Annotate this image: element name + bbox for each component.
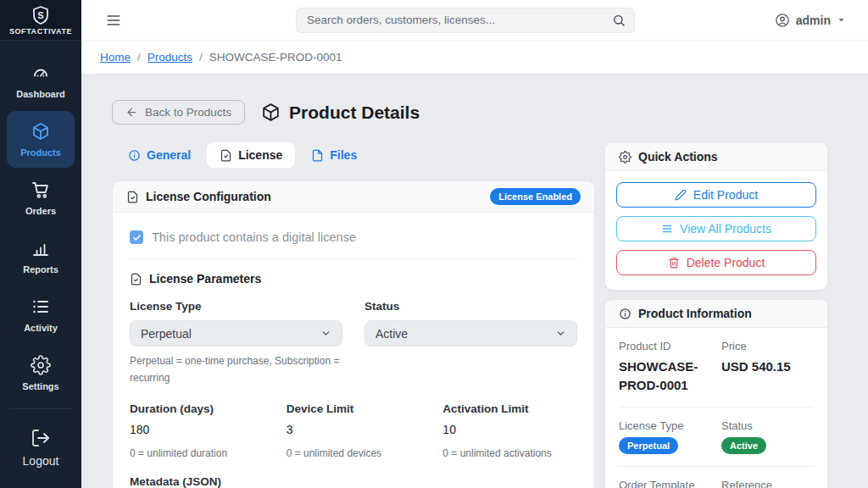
cube-icon [260,102,281,123]
device-limit-label: Device Limit [287,402,421,415]
delete-product-button[interactable]: Delete Product [616,250,816,275]
sidebar-item-label: Settings [22,381,58,391]
search-icon[interactable] [612,14,626,27]
trash-icon [668,257,680,269]
main-content: Back to Products Product Details [81,75,868,488]
product-id-value: SHOWCASE-PROD-0001 [619,358,711,395]
license-type-help: Perpetual = one-time purchase, Subscript… [130,352,342,387]
breadcrumb-home-link[interactable]: Home [100,51,131,64]
logout-button[interactable]: Logout [0,409,81,488]
sidebar-item-label: Activity [24,323,58,333]
breadcrumb-separator: / [137,51,141,64]
price-field: Price USD 540.15 [721,340,814,395]
sidebar-nav: Dashboard Products Orders [0,41,81,403]
info-circle-icon [128,149,141,162]
product-id-field: Product ID SHOWCASE-PROD-0001 [619,340,711,395]
list-icon [31,297,51,317]
sidebar-item-label: Dashboard [16,89,64,99]
sidebar-item-reports[interactable]: Reports [7,228,75,285]
digital-license-checkbox-label[interactable]: This product contains a digital license [152,230,356,244]
chevron-down-icon [837,15,846,25]
duration-label: Duration (days) [130,402,264,415]
page-title: Product Details [289,103,420,123]
license-type-label: License Type [130,300,342,313]
view-all-products-button[interactable]: View All Products [616,216,816,241]
tab-files[interactable]: Files [298,142,370,168]
shield-logo-icon: S [31,5,51,25]
tab-bar: General License Fi [112,142,595,168]
sidebar-item-activity[interactable]: Activity [7,286,75,343]
info-circle-icon [619,308,632,320]
breadcrumb: Home / Products / SHOWCASE-PROD-0001 [81,41,868,75]
sidebar-item-settings[interactable]: Settings [7,345,75,402]
card-title: Quick Actions [638,150,718,164]
price-value: USD 540.15 [721,358,814,376]
breadcrumb-separator: / [199,51,203,64]
sidebar-item-products[interactable]: Products [7,111,75,168]
brand-name: SOFTACTIVATE [9,27,72,36]
divider [619,466,814,467]
license-type-badge: Perpetual [619,437,678,454]
card-title: License Configuration [146,190,271,203]
cube-icon [31,121,51,141]
chevron-down-icon [555,328,566,339]
sidebar-item-label: Reports [23,264,58,274]
svg-text:S: S [37,9,43,19]
sidebar: S SOFTACTIVATE Dashboard Products [0,0,81,488]
section-title: License Parameters [149,272,261,286]
dashboard-gauge-icon [31,63,51,83]
edit-product-button[interactable]: Edit Product [616,182,816,208]
license-configuration-card: License Configuration License Enabled Th… [112,180,595,488]
activation-limit-help: 0 = unlimited activations [442,445,577,462]
digital-license-checkbox[interactable] [130,230,143,244]
tab-general[interactable]: General [115,142,203,168]
logout-label: Logout [23,454,59,468]
quick-actions-card: Quick Actions Edit Product [604,142,828,291]
tab-license[interactable]: License [207,142,295,168]
license-enabled-badge: License Enabled [490,188,581,205]
chevron-down-icon [320,328,331,339]
gear-icon [619,151,632,164]
sidebar-item-label: Products [20,147,61,158]
order-template-field: Order Template Default Template [619,479,711,488]
gear-icon [31,355,51,375]
status-select[interactable]: Active [364,320,577,347]
license-type-field: License Type Perpetual [619,419,711,454]
divider [130,258,577,259]
device-limit-help: 0 = unlimited devices [287,445,421,462]
logout-icon [31,428,51,448]
reference-field: Reference - [721,479,814,488]
arrow-left-icon [125,106,138,119]
status-field: Status Active [721,419,814,454]
device-limit-value: 3 [287,423,421,436]
user-avatar-icon [775,13,790,28]
back-to-products-button[interactable]: Back to Products [112,100,245,125]
license-doc-icon [220,149,232,162]
topbar: admin [81,0,868,41]
user-menu[interactable]: admin [775,13,846,28]
license-type-select[interactable]: Perpetual [130,320,342,347]
license-doc-icon [126,191,139,203]
search-input[interactable] [307,14,612,26]
pencil-icon [675,189,687,201]
status-label: Status [364,300,577,313]
cart-icon [31,180,51,200]
sidebar-item-dashboard[interactable]: Dashboard [7,53,75,109]
hamburger-menu-icon[interactable] [105,12,122,29]
global-search [296,8,635,33]
list-icon [661,223,673,235]
metadata-json-label: Metadata (JSON) [130,475,577,488]
sidebar-item-orders[interactable]: Orders [7,169,75,226]
status-badge: Active [721,437,766,454]
breadcrumb-products-link[interactable]: Products [147,51,192,64]
bar-chart-icon [31,238,51,258]
brand-logo[interactable]: S SOFTACTIVATE [0,0,81,41]
username: admin [796,14,831,27]
license-doc-icon [130,273,142,286]
breadcrumb-current: SHOWCASE-PROD-0001 [209,51,342,64]
activation-limit-value: 10 [442,423,577,436]
divider [619,407,814,408]
file-icon [311,149,324,162]
sidebar-item-label: Orders [25,206,56,216]
activation-limit-label: Activation Limit [442,402,577,415]
